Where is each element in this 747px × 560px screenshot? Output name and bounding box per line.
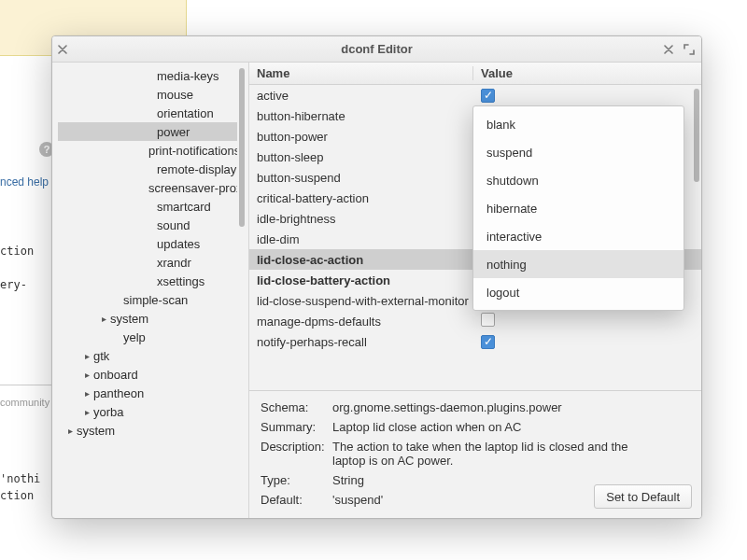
bg-advanced-help-link[interactable]: nced help » (0, 175, 58, 189)
bg-mono-3: 'nothi (0, 472, 40, 485)
tree-item-simple-scan[interactable]: ▸simple-scan (58, 290, 237, 309)
tree-item-label: system (77, 424, 115, 438)
setting-name: lid-close-suspend-with-external-monitor (249, 294, 473, 308)
tree-item-label: yelp (123, 330, 146, 344)
tree-item-xsettings[interactable]: ▸xsettings (58, 272, 237, 290)
tree-item-label: simple-scan (123, 293, 188, 307)
dropdown-option-interactive[interactable]: interactive (473, 222, 684, 250)
tree-item-yorba[interactable]: ▸yorba (58, 402, 237, 421)
tree-item-onboard[interactable]: ▸onboard (58, 365, 237, 384)
set-to-default-button[interactable]: Set to Default (594, 484, 692, 509)
tree-scrollbar-thumb[interactable] (239, 68, 245, 227)
expand-icon[interactable]: ▸ (80, 370, 93, 380)
dropdown-option-logout[interactable]: logout (473, 278, 684, 306)
setting-name: button-power (249, 130, 473, 144)
dropdown-option-suspend[interactable]: suspend (473, 138, 684, 166)
setting-row-active[interactable]: active✓ (249, 85, 701, 105)
dropdown-option-nothing[interactable]: nothing (473, 250, 684, 278)
setting-value[interactable] (473, 313, 701, 329)
tree-item-label: sound (157, 218, 190, 232)
maximize-button[interactable] (679, 39, 699, 60)
expand-icon[interactable]: ▸ (97, 314, 110, 324)
setting-name: idle-dim (249, 232, 473, 246)
tree-item-updates[interactable]: ▸updates (58, 234, 237, 253)
tree-item-media-keys[interactable]: ▸media-keys (58, 66, 237, 85)
setting-name: notify-perhaps-recall (249, 335, 473, 349)
tree-scrollbar[interactable] (237, 64, 247, 516)
default-label: Default: (261, 491, 331, 509)
dropdown-option-shutdown[interactable]: shutdown (473, 166, 684, 194)
tree-item-smartcard[interactable]: ▸smartcard (58, 197, 237, 216)
expand-icon[interactable]: ▸ (80, 407, 93, 417)
setting-name: button-suspend (249, 171, 473, 185)
tree-item-power[interactable]: ▸power (58, 122, 237, 141)
tree-item-label: media-keys (157, 69, 218, 83)
tree-item-label: xsettings (157, 274, 204, 288)
setting-row-manage-dpms-defaults[interactable]: manage-dpms-defaults (249, 311, 701, 331)
details-pane: Schema: org.gnome.settings-daemon.plugin… (249, 390, 701, 518)
tree-item-label: system (110, 312, 148, 326)
column-header-name[interactable]: Name (249, 66, 473, 80)
expand-icon[interactable]: ▸ (63, 426, 77, 436)
tree-item-system[interactable]: ▸system (58, 421, 237, 440)
tree-item-label: xrandr (157, 256, 191, 270)
expand-icon[interactable]: ▸ (80, 388, 93, 399)
tree-item-pantheon[interactable]: ▸pantheon (58, 384, 237, 402)
table-body: active✓button-hibernatebutton-powerbutto… (249, 85, 701, 390)
bg-mono-1: ction (0, 245, 34, 258)
description-label: Description: (261, 438, 331, 469)
setting-value[interactable]: ✓ (473, 88, 701, 103)
dropdown-option-blank[interactable]: blank (473, 110, 684, 138)
setting-name: button-hibernate (249, 109, 473, 123)
value-dropdown[interactable]: blanksuspendshutdownhibernateinteractive… (472, 105, 684, 311)
setting-row-notify-perhaps-recall[interactable]: notify-perhaps-recall✓ (249, 331, 701, 352)
titlebar[interactable]: dconf Editor (52, 36, 701, 63)
tree-item-screensaver-proxy[interactable]: ▸screensaver-proxy (58, 178, 237, 197)
bg-mono-4: ction (0, 489, 34, 502)
schema-tree[interactable]: ▸media-keys▸mouse▸orientation▸power▸prin… (58, 64, 237, 516)
setting-name: lid-close-ac-action (249, 253, 473, 267)
tree-item-system[interactable]: ▸system (58, 309, 237, 328)
summary-value: Laptop lid close action when on AC (332, 418, 669, 436)
right-pane: Name Value active✓button-hibernatebutton… (248, 63, 701, 518)
tree-item-print-notifications[interactable]: ▸print-notifications (58, 141, 237, 160)
tree-item-label: mouse (157, 88, 193, 102)
checkbox[interactable] (481, 313, 495, 327)
setting-name: manage-dpms-defaults (249, 315, 473, 329)
tree-item-label: gtk (93, 349, 109, 363)
tree-item-label: onboard (93, 368, 138, 382)
window-content: ▸media-keys▸mouse▸orientation▸power▸prin… (52, 63, 701, 518)
bg-community-text: community (0, 397, 49, 408)
tree-item-yelp[interactable]: ▸yelp (58, 328, 237, 346)
setting-value[interactable]: ✓ (473, 334, 701, 349)
tree-item-sound[interactable]: ▸sound (58, 216, 237, 234)
window-title: dconf Editor (52, 42, 701, 56)
tree-item-orientation[interactable]: ▸orientation (58, 104, 237, 122)
column-header-value[interactable]: Value (473, 66, 701, 80)
tree-item-label: remote-display (157, 162, 236, 176)
close-button-left[interactable] (52, 39, 73, 60)
dconf-editor-window: dconf Editor ▸media-keys▸mouse▸orientati… (51, 35, 702, 519)
tree-item-mouse[interactable]: ▸mouse (58, 85, 237, 104)
tree-item-label: smartcard (157, 200, 211, 214)
summary-label: Summary: (261, 418, 331, 436)
tree-item-gtk[interactable]: ▸gtk (58, 346, 237, 365)
close-button-right[interactable] (658, 39, 679, 60)
schema-label: Schema: (261, 399, 331, 416)
setting-name: button-sleep (249, 150, 473, 164)
tree-item-label: updates (157, 237, 200, 251)
schema-value: org.gnome.settings-daemon.plugins.power (332, 399, 669, 416)
tree-item-label: orientation (157, 106, 214, 120)
tree-item-label: screensaver-proxy (148, 181, 237, 195)
dropdown-option-hibernate[interactable]: hibernate (473, 194, 684, 222)
checkbox[interactable]: ✓ (481, 335, 495, 349)
tree-item-remote-display[interactable]: ▸remote-display (58, 160, 237, 178)
tree-panel: ▸media-keys▸mouse▸orientation▸power▸prin… (52, 63, 248, 518)
bg-mono-2: ery- (0, 278, 27, 291)
tree-item-xrandr[interactable]: ▸xrandr (58, 253, 237, 272)
expand-icon[interactable]: ▸ (80, 351, 93, 361)
setting-name: lid-close-battery-action (249, 273, 473, 287)
type-label: Type: (261, 471, 331, 489)
checkbox[interactable]: ✓ (481, 89, 495, 103)
table-scrollbar-thumb[interactable] (694, 89, 699, 182)
